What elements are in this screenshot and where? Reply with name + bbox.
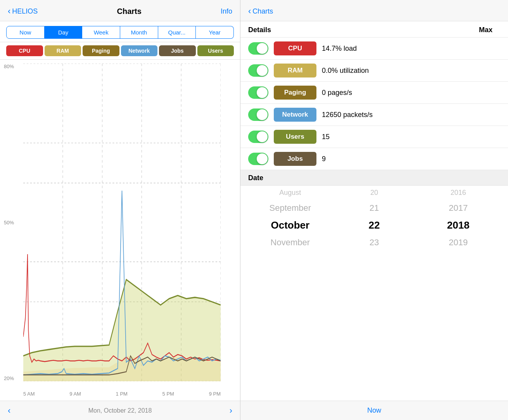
left-bottom-nav: ‹ Mon, October 22, 2018 › xyxy=(0,401,240,420)
detail-row-jobs: Jobs 9 xyxy=(240,148,508,170)
network-toggle[interactable] xyxy=(248,108,268,121)
metric-paging-tab[interactable]: Paging xyxy=(83,45,119,56)
x-label-5am: 5 AM xyxy=(23,391,35,397)
detail-row-paging: Paging 0 pages/s xyxy=(240,82,508,104)
day-22: 22 xyxy=(332,219,416,231)
x-label-9pm: 9 PM xyxy=(209,391,221,397)
current-date-label: Mon, October 22, 2018 xyxy=(88,407,152,414)
x-label-5pm: 5 PM xyxy=(162,391,174,397)
ram-toggle[interactable] xyxy=(248,64,268,77)
tab-month[interactable]: Month xyxy=(120,26,158,39)
network-badge: Network xyxy=(274,108,316,122)
jobs-badge: Jobs xyxy=(274,152,316,166)
date-picker[interactable]: August 20 2016 September 21 2017 October… xyxy=(240,186,508,251)
y-label-20: 20% xyxy=(4,375,14,381)
paging-badge: Paging xyxy=(274,86,316,100)
users-badge: Users xyxy=(274,130,316,144)
users-toggle[interactable] xyxy=(248,131,268,143)
detail-row-ram: RAM 0.0% utilization xyxy=(240,60,508,82)
right-header: ‹ Charts xyxy=(240,0,508,21)
tab-year[interactable]: Year xyxy=(196,26,234,39)
tab-day[interactable]: Day xyxy=(45,26,83,39)
details-header-row: Details Max xyxy=(240,21,508,38)
max-col-header: Max xyxy=(479,26,492,34)
prev-day-button[interactable]: ‹ xyxy=(8,406,10,416)
details-section: Details Max CPU 14.7% load RAM 0.0% util… xyxy=(240,21,508,401)
metric-users-tab[interactable]: Users xyxy=(197,45,234,56)
year-2017: 2017 xyxy=(416,203,500,213)
metric-jobs-tab[interactable]: Jobs xyxy=(159,45,196,56)
day-20: 20 xyxy=(332,189,416,197)
metric-ram-tab[interactable]: RAM xyxy=(45,45,81,56)
jobs-toggle-knob xyxy=(257,153,268,164)
detail-row-network: Network 12650 packets/s xyxy=(240,104,508,126)
right-panel: ‹ Charts Details Max CPU 14.7% load RAM … xyxy=(240,0,508,420)
detail-row-users: Users 15 xyxy=(240,126,508,148)
ram-toggle-knob xyxy=(257,65,268,76)
network-value: 12650 packets/s xyxy=(322,111,500,119)
date-row-august[interactable]: August 20 2016 xyxy=(240,186,508,200)
left-panel: ‹ HELIOS Charts Info Now Day Week Month … xyxy=(0,0,240,420)
helios-back-button[interactable]: ‹ HELIOS xyxy=(8,6,38,16)
metric-network-tab[interactable]: Network xyxy=(121,45,158,56)
cpu-value: 14.7% load xyxy=(322,45,500,53)
x-label-1pm: 1 PM xyxy=(116,391,128,397)
tab-now[interactable]: Now xyxy=(6,26,45,39)
year-2016: 2016 xyxy=(416,189,500,197)
jobs-value: 9 xyxy=(322,155,500,163)
y-label-50: 50% xyxy=(4,220,14,225)
date-row-november[interactable]: November 23 2019 xyxy=(240,234,508,251)
jobs-toggle[interactable] xyxy=(248,153,268,165)
detail-row-cpu: CPU 14.7% load xyxy=(240,38,508,60)
metric-cpu-tab[interactable]: CPU xyxy=(6,45,43,56)
day-21: 21 xyxy=(332,203,416,213)
charts-back-label: Charts xyxy=(252,7,273,15)
cpu-toggle-knob xyxy=(257,43,268,54)
users-value: 15 xyxy=(322,133,500,141)
metric-tabs: CPU RAM Paging Network Jobs Users xyxy=(0,42,240,60)
right-back-chevron-icon: ‹ xyxy=(248,6,251,16)
month-august: August xyxy=(248,189,332,197)
paging-toggle[interactable] xyxy=(248,86,268,99)
now-button[interactable]: Now xyxy=(367,406,381,415)
ram-value: 0.0% utilization xyxy=(322,67,500,75)
x-label-9am: 9 AM xyxy=(69,391,81,397)
date-row-october[interactable]: October 22 2018 xyxy=(240,216,508,234)
chart-area: 80% 50% 20% xyxy=(0,60,240,401)
right-bottom: Now xyxy=(240,401,508,420)
chart-svg xyxy=(23,64,221,381)
y-label-80: 80% xyxy=(4,64,14,69)
year-2018: 2018 xyxy=(416,219,500,231)
time-tabs: Now Day Week Month Quar... Year xyxy=(0,21,240,42)
day-23: 23 xyxy=(332,238,416,248)
helios-back-label: HELIOS xyxy=(12,7,38,15)
cpu-toggle[interactable] xyxy=(248,42,268,55)
month-november: November xyxy=(248,238,332,248)
paging-toggle-knob xyxy=(257,87,268,98)
month-october: October xyxy=(248,219,332,231)
charts-title: Charts xyxy=(117,7,141,16)
cpu-badge: CPU xyxy=(274,41,316,55)
info-button[interactable]: Info xyxy=(221,7,232,15)
date-row-september[interactable]: September 21 2017 xyxy=(240,200,508,216)
date-section-title: Date xyxy=(248,174,263,182)
users-toggle-knob xyxy=(257,131,268,142)
x-axis-labels: 5 AM 9 AM 1 PM 5 PM 9 PM xyxy=(23,391,221,397)
y-axis-labels: 80% 50% 20% xyxy=(4,64,14,381)
tab-quarter[interactable]: Quar... xyxy=(158,26,196,39)
paging-value: 0 pages/s xyxy=(322,89,500,97)
next-day-button[interactable]: › xyxy=(230,406,232,416)
year-2019: 2019 xyxy=(416,238,500,248)
left-header: ‹ HELIOS Charts Info xyxy=(0,0,240,21)
details-col-header: Details xyxy=(248,26,271,34)
ram-badge: RAM xyxy=(274,64,316,77)
month-september: September xyxy=(248,203,332,213)
back-chevron-icon: ‹ xyxy=(8,6,10,16)
charts-back-button[interactable]: ‹ Charts xyxy=(248,6,273,16)
tab-week[interactable]: Week xyxy=(82,26,120,39)
network-toggle-knob xyxy=(257,109,268,120)
date-section-header: Date xyxy=(240,170,508,186)
